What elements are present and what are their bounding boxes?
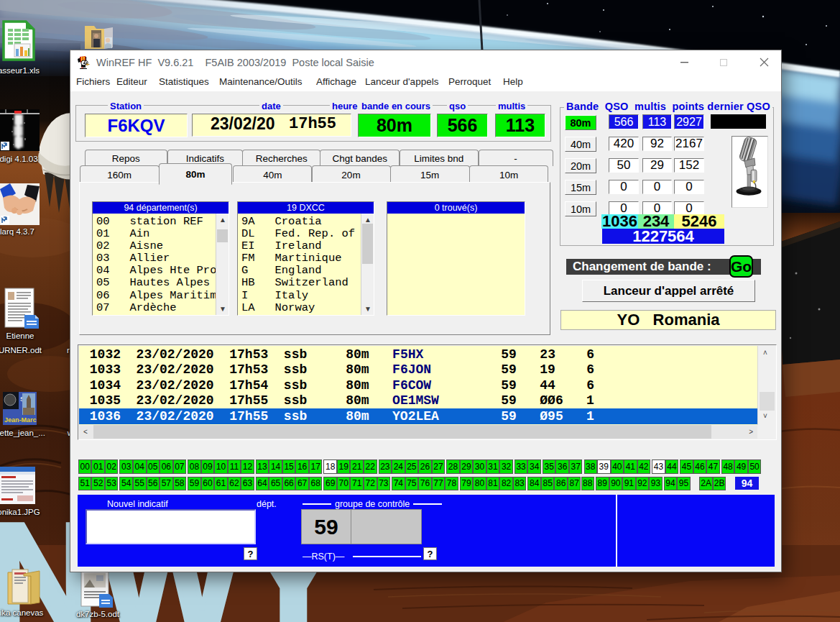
svg-text:Jean-Marc: Jean-Marc: [4, 416, 37, 424]
